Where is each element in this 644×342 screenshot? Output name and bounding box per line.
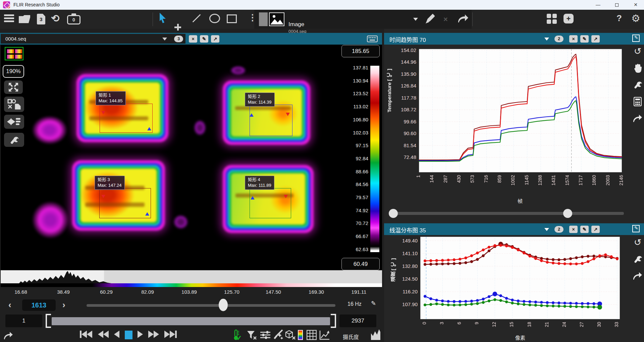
frame-slider-track[interactable] [87,304,335,307]
prev-frame-button[interactable]: ‹ [8,300,11,309]
camera-icon[interactable]: 0 [67,15,80,24]
plot-icon[interactable] [319,330,330,340]
trend-caret-icon[interactable] [544,38,549,41]
scale-max-box[interactable]: 185.65 [341,45,380,57]
range-right-handle[interactable] [331,314,336,328]
roi-rect-1[interactable] [100,104,153,133]
zoom-level-box[interactable]: 190% [3,65,24,78]
trend-popout-button[interactable]: ↗ [591,35,600,43]
trend-slider-thumb-right[interactable] [563,209,572,218]
range-end-box[interactable]: 2937 [339,315,376,327]
keyboard-icon[interactable] [367,36,378,42]
palette-colorbar-horizontal[interactable] [1,283,382,287]
help-button[interactable]: ? [616,13,622,23]
next-frame-button[interactable]: › [62,300,65,309]
play-button[interactable] [138,331,143,338]
palette-colorbar-vertical[interactable] [370,66,379,252]
trend-range-slider[interactable] [384,207,629,221]
export-pane-icon[interactable] [457,14,469,24]
unit-label[interactable]: 摄氏度 [343,333,359,341]
recordings-icon[interactable]: 3 [37,14,45,24]
roi-rect-4[interactable] [250,188,291,218]
thermal-image-canvas[interactable]: 矩形 1Max: 144.85 矩形 2Max: 114.39 矩形 3Max:… [1,45,382,270]
refresh-icon[interactable]: ⟲ [51,12,59,24]
minimize-button[interactable]: — [590,0,606,10]
viewer-file-select[interactable]: 0004.seq [1,34,185,44]
frame-rate-edit-icon[interactable]: ✎ [371,300,376,307]
trend-edit-button[interactable]: ✎ [580,35,589,43]
range-left-handle[interactable] [46,314,51,328]
voxel-off-icon[interactable] [285,330,296,340]
profile-settings-wrench-icon[interactable] [632,253,643,265]
select-tool-icon[interactable] [158,12,167,23]
skip-end-button[interactable] [164,331,177,338]
auto-adjust-wand-icon[interactable] [273,329,283,339]
rewind-button[interactable] [98,331,109,338]
range-start-box[interactable]: 1 [5,315,42,327]
roi-rect-2[interactable] [250,105,292,136]
histogram-strip[interactable] [1,270,382,283]
roi-label-3[interactable]: 矩形 3Max: 147.24 [95,176,125,190]
move-tool-icon[interactable] [174,24,181,31]
roi-label-1[interactable]: 矩形 1Max: 144.85 [96,91,126,105]
frame-slider-thumb[interactable] [219,299,228,311]
profile-export-icon[interactable] [632,270,643,282]
stop-button[interactable] [125,331,132,339]
trend-settings-wrench-icon[interactable] [632,79,643,91]
results-table-icon[interactable] [307,330,317,340]
trend-slider-thumb-left[interactable] [389,209,398,218]
edit-pane-icon[interactable] [425,14,435,24]
temperature-check-icon[interactable] [232,329,241,341]
close-button[interactable]: ✕ [628,0,643,10]
add-pane-icon[interactable]: + [564,14,574,23]
current-frame-box[interactable]: 1613 [22,299,56,311]
scale-min-box[interactable]: 60.49 [341,258,380,270]
adjustments-icon[interactable] [260,331,270,339]
line-tool-icon[interactable] [193,14,201,22]
image-selector-caret-icon[interactable] [413,18,418,21]
fast-forward-button[interactable] [148,331,159,338]
trend-slider-track[interactable] [389,212,624,215]
profile-edit-button[interactable]: ✎ [580,226,589,233]
viewer-popout-button[interactable]: ↗ [211,35,219,43]
fit-to-window-icon[interactable] [4,80,23,94]
image-selector[interactable] [254,10,472,29]
settings-gear-icon[interactable]: ⚙ [631,12,640,24]
roi-label-4[interactable]: 矩形 4Max: 111.89 [245,176,274,190]
profile-caret-icon[interactable] [544,228,549,231]
skip-start-button[interactable] [80,331,92,338]
flip-list-icon[interactable] [4,115,24,129]
layout-grid-icon[interactable] [547,14,557,24]
play-reverse-button[interactable] [114,331,119,338]
profile-popout-button[interactable]: ↗ [591,226,600,233]
trend-reset-icon[interactable]: ↺ [632,46,643,57]
profile-reset-icon[interactable]: ↺ [632,237,643,248]
rectangle-tool-icon[interactable] [227,14,237,23]
image-settings-wrench-icon[interactable] [4,133,24,147]
trend-chart-plot[interactable] [419,49,622,172]
trend-pan-hand-icon[interactable] [632,62,643,74]
open-folder-icon[interactable] [19,15,30,23]
profile-panel-config-icon[interactable]: ✎ [632,225,640,232]
maximize-button[interactable] [609,0,625,10]
roi-label-2[interactable]: 矩形 2Max: 114.39 [245,93,275,107]
trend-calculator-icon[interactable] [632,96,643,107]
more-tools-icon[interactable]: ⋮ [248,12,257,23]
histogram-view-icon[interactable] [370,329,380,340]
navigator-thumbnail[interactable] [5,47,23,60]
trend-panel-config-icon[interactable]: ✎ [632,35,640,42]
measurements-page-icon[interactable] [4,97,24,112]
filter-off-icon[interactable] [247,331,257,340]
trend-close-button[interactable]: × [569,35,578,43]
viewer-edit-button[interactable]: ✎ [200,35,208,43]
roi-rect-3[interactable] [99,188,151,218]
viewer-close-button[interactable]: × [189,35,197,43]
export-image-icon[interactable] [3,331,13,340]
palette-select-icon[interactable] [298,330,303,340]
range-bar[interactable] [52,317,330,325]
ellipse-tool-icon[interactable] [209,14,220,23]
profile-close-button[interactable]: × [569,226,578,233]
menu-button[interactable] [4,14,14,23]
profile-chart-plot[interactable] [420,237,620,319]
trend-export-icon[interactable] [632,113,643,124]
